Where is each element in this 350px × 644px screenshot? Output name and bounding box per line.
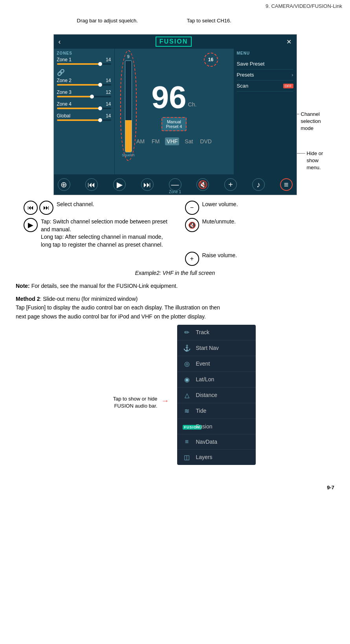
callout-drag-bar: Drag bar to adjust squelch. bbox=[77, 18, 138, 24]
src-dvd[interactable]: DVD bbox=[198, 137, 213, 145]
startnav-icon: ⚓ bbox=[183, 344, 191, 352]
channel-number: 96 bbox=[152, 82, 187, 113]
controls-legend: ⏮ ⏭ Select channel. − Lower volume. ▶ Ta… bbox=[24, 201, 334, 266]
close-icon[interactable]: ✕ bbox=[286, 38, 291, 46]
fusion-topbar: ‹ FUSION ✕ bbox=[54, 35, 297, 49]
menu-item-event[interactable]: ◎ Event bbox=[177, 356, 256, 372]
track-icon: ✏ bbox=[183, 329, 191, 336]
scan-toggle[interactable]: OFF bbox=[283, 84, 293, 88]
audio-button[interactable]: ♪ bbox=[252, 178, 265, 191]
layers-icon: ◫ bbox=[183, 454, 191, 461]
next-channel-button[interactable]: ⏭ bbox=[141, 178, 154, 191]
menu-item-distance[interactable]: △ Distance bbox=[177, 388, 256, 403]
zone3-val: 12 bbox=[106, 90, 111, 95]
event-label: Event bbox=[196, 360, 210, 367]
ch16-label: 16 bbox=[208, 57, 213, 62]
src-sat[interactable]: Sat bbox=[183, 137, 194, 145]
zones-panel: ZONES Zone 1 14 🔗 bbox=[54, 49, 115, 174]
menu-item-track[interactable]: ✏ Track bbox=[177, 325, 256, 340]
slide-annotation-text: Tap to show or hide FUSION audio bar. bbox=[95, 395, 161, 410]
menu-toggle-button[interactable]: ≡ bbox=[280, 178, 293, 191]
src-vhf[interactable]: VHF bbox=[165, 137, 179, 145]
navdata-label: NavData bbox=[196, 439, 217, 445]
zone2-slider[interactable] bbox=[57, 84, 111, 86]
zone-item-4: Zone 4 14 bbox=[57, 101, 111, 109]
method2-label: Method 2 bbox=[16, 296, 40, 302]
fusion-menu-icon: FUSION bbox=[183, 423, 191, 430]
page-number: 9-7 bbox=[327, 485, 334, 490]
global-val: 14 bbox=[106, 113, 111, 119]
mute-icon: 🔇 bbox=[185, 218, 199, 232]
latlon-label: Lat/Lon bbox=[196, 376, 214, 382]
menu-presets[interactable]: Presets › bbox=[237, 70, 293, 80]
link-icon: 🔗 bbox=[57, 69, 111, 76]
lower-vol-icon: − bbox=[185, 201, 199, 215]
distance-icon: △ bbox=[183, 392, 191, 399]
menu-item-fusion[interactable]: FUSION Fusion bbox=[177, 419, 256, 434]
navdata-icon: ≡ bbox=[183, 438, 191, 445]
tide-icon: ≋ bbox=[183, 407, 191, 415]
menu-scan[interactable]: Scan OFF bbox=[237, 80, 293, 91]
src-am[interactable]: AM bbox=[135, 137, 146, 145]
menu-save-preset[interactable]: Save Preset bbox=[237, 59, 293, 70]
zone3-slider[interactable] bbox=[57, 96, 111, 97]
menu-item-latlon[interactable]: ◉ Lat/Lon bbox=[177, 372, 256, 388]
page-header: 9. CAMERA/VIDEO/FUSION-Link bbox=[0, 0, 350, 11]
next-channel-icon: ⏭ bbox=[39, 201, 53, 215]
back-chevron-icon[interactable]: ‹ bbox=[59, 38, 61, 46]
legend-select-channel: ⏮ ⏭ Select channel. bbox=[24, 201, 173, 215]
note-content: For details, see the manual for the FUSI… bbox=[31, 283, 178, 289]
squelch-bar-container: 9 Squelch bbox=[123, 53, 134, 159]
zone-item-2: Zone 2 14 bbox=[57, 78, 111, 86]
volume-up-button[interactable]: + bbox=[224, 178, 237, 191]
latlon-icon: ◉ bbox=[183, 376, 191, 383]
raise-vol-icon: + bbox=[185, 252, 199, 266]
prev-channel-button[interactable]: ⏮ bbox=[85, 178, 98, 191]
slide-menu-section: Tap to show or hide FUSION audio bar. → … bbox=[16, 325, 334, 465]
menu-item-layers[interactable]: ◫ Layers bbox=[177, 450, 256, 465]
menu-item-tide[interactable]: ≋ Tide bbox=[177, 403, 256, 419]
squelch-num: 9 bbox=[127, 54, 129, 59]
menu-panel: MENU Save Preset Presets › Scan OFF bbox=[234, 49, 297, 174]
method2-content: : Slide-out menu (for minimized window) … bbox=[16, 296, 220, 320]
controls-bar: ⊕ ⏮ ▶ ⏭ — 🔇 + ♪ ≡ Zone 1 bbox=[54, 174, 297, 195]
zone2-name: Zone 2 bbox=[57, 78, 71, 83]
squelch-bar[interactable] bbox=[125, 60, 132, 152]
src-fm[interactable]: FM bbox=[150, 137, 161, 145]
zone1-val: 14 bbox=[106, 57, 111, 62]
channel-ch-label: Ch. bbox=[188, 101, 197, 108]
zone-item-3: Zone 3 12 bbox=[57, 90, 111, 97]
zone1-slider[interactable] bbox=[57, 63, 111, 65]
zones-label: ZONES bbox=[57, 51, 111, 55]
callout-tap-ch16: Tap to select CH16. bbox=[187, 18, 231, 24]
mute-button[interactable]: 🔇 bbox=[196, 178, 209, 191]
center-display: 9 Squelch 16 96 Ch. bbox=[115, 49, 234, 174]
play-button[interactable]: ▶ bbox=[113, 178, 126, 191]
volume-down-button[interactable]: — bbox=[169, 178, 181, 191]
source-buttons: AM FM VHF Sat DVD bbox=[135, 137, 213, 145]
squelch-fill bbox=[125, 120, 132, 152]
zone4-slider[interactable] bbox=[57, 108, 111, 109]
ch16-button[interactable]: 16 bbox=[204, 53, 218, 67]
hide-show-annotation: Hide or show menu. bbox=[307, 150, 350, 172]
zones-button[interactable]: ⊕ bbox=[58, 178, 70, 191]
manual-preset-button[interactable]: Manual Preset 4 bbox=[161, 117, 187, 131]
legend-play-tap: ▶ Tap: Switch channel selection mode bet… bbox=[24, 218, 173, 249]
page-footer: 9-7 bbox=[0, 477, 350, 498]
legend-mute: 🔇 Mute/unmute. bbox=[185, 218, 335, 249]
global-slider[interactable] bbox=[57, 119, 111, 121]
track-label: Track bbox=[196, 329, 209, 335]
fusion-main-area: ZONES Zone 1 14 🔗 bbox=[54, 49, 297, 174]
global-name: Global bbox=[57, 113, 71, 119]
channel-display: 96 Ch. bbox=[152, 78, 197, 113]
annotation-arrow-icon: → bbox=[161, 396, 169, 405]
legend-raise-volume: + Raise volume. bbox=[185, 252, 335, 266]
zone-item-global: Global 14 bbox=[57, 113, 111, 121]
event-icon: ◎ bbox=[183, 360, 191, 368]
menu-item-navdata[interactable]: ≡ NavData bbox=[177, 434, 256, 450]
note-label: Note: bbox=[16, 283, 30, 289]
channel-selection-annotation: Channel selection mode bbox=[301, 111, 350, 132]
menu-item-startnav[interactable]: ⚓ Start Nav bbox=[177, 340, 256, 356]
menu-label: MENU bbox=[237, 51, 293, 55]
startnav-label: Start Nav bbox=[196, 345, 219, 351]
